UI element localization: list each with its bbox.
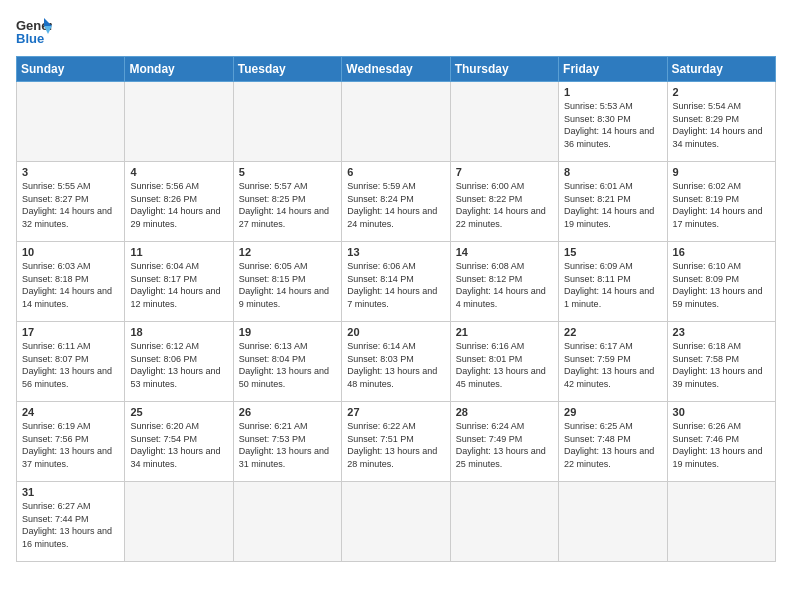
calendar-cell: 5Sunrise: 5:57 AM Sunset: 8:25 PM Daylig… xyxy=(233,162,341,242)
day-info: Sunrise: 6:00 AM Sunset: 8:22 PM Dayligh… xyxy=(456,180,553,230)
calendar-table: SundayMondayTuesdayWednesdayThursdayFrid… xyxy=(16,56,776,562)
calendar-cell xyxy=(125,82,233,162)
calendar-cell: 10Sunrise: 6:03 AM Sunset: 8:18 PM Dayli… xyxy=(17,242,125,322)
logo: General Blue xyxy=(16,16,52,46)
day-number: 6 xyxy=(347,166,444,178)
day-info: Sunrise: 5:53 AM Sunset: 8:30 PM Dayligh… xyxy=(564,100,661,150)
calendar-cell: 4Sunrise: 5:56 AM Sunset: 8:26 PM Daylig… xyxy=(125,162,233,242)
calendar-cell: 17Sunrise: 6:11 AM Sunset: 8:07 PM Dayli… xyxy=(17,322,125,402)
day-info: Sunrise: 6:05 AM Sunset: 8:15 PM Dayligh… xyxy=(239,260,336,310)
day-info: Sunrise: 6:18 AM Sunset: 7:58 PM Dayligh… xyxy=(673,340,770,390)
calendar-cell: 14Sunrise: 6:08 AM Sunset: 8:12 PM Dayli… xyxy=(450,242,558,322)
day-info: Sunrise: 6:27 AM Sunset: 7:44 PM Dayligh… xyxy=(22,500,119,550)
day-info: Sunrise: 6:10 AM Sunset: 8:09 PM Dayligh… xyxy=(673,260,770,310)
day-info: Sunrise: 6:22 AM Sunset: 7:51 PM Dayligh… xyxy=(347,420,444,470)
day-info: Sunrise: 6:12 AM Sunset: 8:06 PM Dayligh… xyxy=(130,340,227,390)
day-number: 21 xyxy=(456,326,553,338)
calendar-cell: 30Sunrise: 6:26 AM Sunset: 7:46 PM Dayli… xyxy=(667,402,775,482)
day-number: 16 xyxy=(673,246,770,258)
day-info: Sunrise: 5:59 AM Sunset: 8:24 PM Dayligh… xyxy=(347,180,444,230)
calendar-cell xyxy=(125,482,233,562)
calendar-cell: 13Sunrise: 6:06 AM Sunset: 8:14 PM Dayli… xyxy=(342,242,450,322)
calendar-week-5: 24Sunrise: 6:19 AM Sunset: 7:56 PM Dayli… xyxy=(17,402,776,482)
day-info: Sunrise: 6:26 AM Sunset: 7:46 PM Dayligh… xyxy=(673,420,770,470)
calendar-cell xyxy=(450,482,558,562)
calendar-cell xyxy=(667,482,775,562)
day-info: Sunrise: 6:11 AM Sunset: 8:07 PM Dayligh… xyxy=(22,340,119,390)
calendar-cell: 20Sunrise: 6:14 AM Sunset: 8:03 PM Dayli… xyxy=(342,322,450,402)
calendar-cell: 6Sunrise: 5:59 AM Sunset: 8:24 PM Daylig… xyxy=(342,162,450,242)
calendar-cell: 25Sunrise: 6:20 AM Sunset: 7:54 PM Dayli… xyxy=(125,402,233,482)
day-info: Sunrise: 5:56 AM Sunset: 8:26 PM Dayligh… xyxy=(130,180,227,230)
day-number: 9 xyxy=(673,166,770,178)
day-number: 10 xyxy=(22,246,119,258)
weekday-header-tuesday: Tuesday xyxy=(233,57,341,82)
day-number: 29 xyxy=(564,406,661,418)
day-info: Sunrise: 5:54 AM Sunset: 8:29 PM Dayligh… xyxy=(673,100,770,150)
calendar-cell: 27Sunrise: 6:22 AM Sunset: 7:51 PM Dayli… xyxy=(342,402,450,482)
day-info: Sunrise: 6:01 AM Sunset: 8:21 PM Dayligh… xyxy=(564,180,661,230)
weekday-header-sunday: Sunday xyxy=(17,57,125,82)
day-number: 4 xyxy=(130,166,227,178)
day-info: Sunrise: 6:02 AM Sunset: 8:19 PM Dayligh… xyxy=(673,180,770,230)
calendar-cell xyxy=(233,82,341,162)
day-number: 28 xyxy=(456,406,553,418)
header-row: SundayMondayTuesdayWednesdayThursdayFrid… xyxy=(17,57,776,82)
day-info: Sunrise: 6:21 AM Sunset: 7:53 PM Dayligh… xyxy=(239,420,336,470)
calendar-header: SundayMondayTuesdayWednesdayThursdayFrid… xyxy=(17,57,776,82)
weekday-header-thursday: Thursday xyxy=(450,57,558,82)
calendar-cell: 24Sunrise: 6:19 AM Sunset: 7:56 PM Dayli… xyxy=(17,402,125,482)
calendar-cell xyxy=(559,482,667,562)
day-info: Sunrise: 6:04 AM Sunset: 8:17 PM Dayligh… xyxy=(130,260,227,310)
day-info: Sunrise: 6:08 AM Sunset: 8:12 PM Dayligh… xyxy=(456,260,553,310)
day-number: 2 xyxy=(673,86,770,98)
day-number: 27 xyxy=(347,406,444,418)
calendar-cell: 29Sunrise: 6:25 AM Sunset: 7:48 PM Dayli… xyxy=(559,402,667,482)
day-number: 25 xyxy=(130,406,227,418)
calendar-cell: 15Sunrise: 6:09 AM Sunset: 8:11 PM Dayli… xyxy=(559,242,667,322)
day-info: Sunrise: 6:16 AM Sunset: 8:01 PM Dayligh… xyxy=(456,340,553,390)
day-info: Sunrise: 6:03 AM Sunset: 8:18 PM Dayligh… xyxy=(22,260,119,310)
day-info: Sunrise: 6:06 AM Sunset: 8:14 PM Dayligh… xyxy=(347,260,444,310)
calendar-cell xyxy=(450,82,558,162)
svg-text:Blue: Blue xyxy=(16,31,44,46)
day-number: 26 xyxy=(239,406,336,418)
calendar-week-2: 3Sunrise: 5:55 AM Sunset: 8:27 PM Daylig… xyxy=(17,162,776,242)
day-number: 31 xyxy=(22,486,119,498)
day-number: 14 xyxy=(456,246,553,258)
calendar-week-6: 31Sunrise: 6:27 AM Sunset: 7:44 PM Dayli… xyxy=(17,482,776,562)
calendar-cell: 23Sunrise: 6:18 AM Sunset: 7:58 PM Dayli… xyxy=(667,322,775,402)
calendar-cell: 1Sunrise: 5:53 AM Sunset: 8:30 PM Daylig… xyxy=(559,82,667,162)
day-info: Sunrise: 6:20 AM Sunset: 7:54 PM Dayligh… xyxy=(130,420,227,470)
calendar-cell: 28Sunrise: 6:24 AM Sunset: 7:49 PM Dayli… xyxy=(450,402,558,482)
day-number: 17 xyxy=(22,326,119,338)
day-number: 11 xyxy=(130,246,227,258)
calendar-week-1: 1Sunrise: 5:53 AM Sunset: 8:30 PM Daylig… xyxy=(17,82,776,162)
day-info: Sunrise: 5:55 AM Sunset: 8:27 PM Dayligh… xyxy=(22,180,119,230)
calendar-cell xyxy=(17,82,125,162)
day-number: 13 xyxy=(347,246,444,258)
day-info: Sunrise: 6:13 AM Sunset: 8:04 PM Dayligh… xyxy=(239,340,336,390)
calendar-cell: 11Sunrise: 6:04 AM Sunset: 8:17 PM Dayli… xyxy=(125,242,233,322)
calendar-cell xyxy=(342,482,450,562)
day-number: 1 xyxy=(564,86,661,98)
calendar-cell: 31Sunrise: 6:27 AM Sunset: 7:44 PM Dayli… xyxy=(17,482,125,562)
day-info: Sunrise: 6:09 AM Sunset: 8:11 PM Dayligh… xyxy=(564,260,661,310)
calendar-cell: 26Sunrise: 6:21 AM Sunset: 7:53 PM Dayli… xyxy=(233,402,341,482)
calendar-cell: 7Sunrise: 6:00 AM Sunset: 8:22 PM Daylig… xyxy=(450,162,558,242)
day-info: Sunrise: 6:25 AM Sunset: 7:48 PM Dayligh… xyxy=(564,420,661,470)
day-info: Sunrise: 6:19 AM Sunset: 7:56 PM Dayligh… xyxy=(22,420,119,470)
calendar-cell: 9Sunrise: 6:02 AM Sunset: 8:19 PM Daylig… xyxy=(667,162,775,242)
day-info: Sunrise: 6:24 AM Sunset: 7:49 PM Dayligh… xyxy=(456,420,553,470)
page-header: General Blue xyxy=(16,16,776,46)
day-number: 30 xyxy=(673,406,770,418)
calendar-cell: 8Sunrise: 6:01 AM Sunset: 8:21 PM Daylig… xyxy=(559,162,667,242)
day-number: 22 xyxy=(564,326,661,338)
day-number: 3 xyxy=(22,166,119,178)
weekday-header-monday: Monday xyxy=(125,57,233,82)
calendar-week-3: 10Sunrise: 6:03 AM Sunset: 8:18 PM Dayli… xyxy=(17,242,776,322)
day-number: 5 xyxy=(239,166,336,178)
day-number: 7 xyxy=(456,166,553,178)
calendar-cell xyxy=(233,482,341,562)
calendar-cell: 12Sunrise: 6:05 AM Sunset: 8:15 PM Dayli… xyxy=(233,242,341,322)
